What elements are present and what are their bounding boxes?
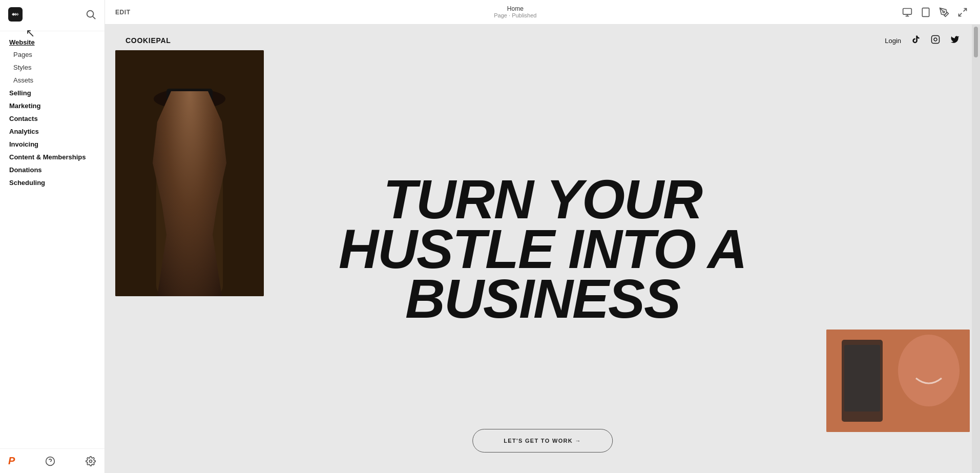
svg-line-13 — [959, 13, 962, 16]
svg-point-11 — [943, 11, 945, 12]
svg-point-1 — [87, 11, 94, 17]
sidebar-item-contacts[interactable]: Contacts — [0, 112, 105, 125]
svg-point-24 — [898, 335, 960, 406]
svg-point-19 — [154, 89, 225, 109]
scrollbar[interactable] — [972, 25, 980, 473]
login-link[interactable]: Login — [885, 37, 901, 45]
sidebar-item-donations[interactable]: Donations — [0, 163, 105, 176]
sidebar-header — [0, 0, 105, 31]
tablet-view-icon[interactable] — [919, 5, 933, 19]
profile-icon[interactable]: P — [8, 455, 15, 467]
sidebar-item-selling[interactable]: Selling — [0, 87, 105, 99]
svg-rect-23 — [844, 345, 880, 412]
svg-line-2 — [93, 16, 95, 19]
sidebar-item-content-memberships[interactable]: Content & Memberships — [0, 151, 105, 163]
sidebar: ↖ Website Pages Styles Assets Selling Ma… — [0, 0, 105, 473]
hero-photo-left — [115, 50, 264, 296]
page-title: Home — [494, 5, 536, 12]
sidebar-item-marketing[interactable]: Marketing — [0, 99, 105, 112]
page-info: Home Page · Published — [494, 5, 536, 19]
sidebar-item-website[interactable]: Website — [0, 36, 105, 48]
sidebar-footer: P — [0, 448, 105, 473]
cta-container: LET'S GET TO WORK → — [472, 429, 613, 453]
svg-rect-16 — [115, 50, 264, 296]
preview-area: COOKIEPAL Login — [105, 25, 980, 473]
svg-rect-14 — [932, 36, 940, 44]
hero-headline: TURN YOUR HUSTLE INTO A BUSINESS — [215, 174, 871, 324]
sidebar-navigation: Website Pages Styles Assets Selling Mark… — [0, 31, 105, 448]
main-area: EDIT Home Page · Published — [105, 0, 980, 473]
preview-frame: COOKIEPAL Login — [105, 25, 980, 473]
page-status: Page · Published — [494, 12, 536, 19]
svg-point-17 — [161, 89, 218, 155]
tiktok-icon[interactable] — [911, 35, 921, 46]
hero-photo-left-image — [115, 50, 264, 296]
hero-photo-right — [826, 330, 970, 432]
search-icon[interactable] — [85, 9, 96, 22]
svg-line-12 — [964, 8, 967, 11]
hero-line2: HUSTLE INTO A — [215, 224, 871, 274]
svg-rect-20 — [166, 89, 213, 101]
website-navbar: COOKIEPAL Login — [105, 25, 980, 56]
hero-photo-right-image — [826, 330, 970, 432]
instagram-icon[interactable] — [931, 35, 940, 46]
svg-rect-18 — [156, 142, 223, 296]
twitter-icon[interactable] — [950, 35, 960, 46]
expand-icon[interactable] — [955, 5, 970, 19]
sidebar-item-pages[interactable]: Pages — [0, 48, 105, 61]
sidebar-item-invoicing[interactable]: Invoicing — [0, 138, 105, 151]
cta-button[interactable]: LET'S GET TO WORK → — [472, 429, 613, 453]
sidebar-item-styles[interactable]: Styles — [0, 61, 105, 74]
top-bar: EDIT Home Page · Published — [105, 0, 980, 25]
help-circle-icon[interactable] — [45, 456, 56, 467]
svg-point-5 — [90, 460, 92, 462]
website-logo: COOKIEPAL — [126, 36, 171, 45]
website-nav-right: Login — [885, 35, 960, 46]
edit-label: EDIT — [115, 9, 131, 16]
hero-line3: BUSINESS — [215, 274, 871, 323]
svg-rect-6 — [903, 8, 912, 14]
desktop-view-icon[interactable] — [900, 5, 914, 19]
hero-line1: TURN YOUR — [215, 174, 871, 224]
sidebar-item-scheduling[interactable]: Scheduling — [0, 176, 105, 189]
squarespace-logo[interactable] — [8, 7, 23, 24]
sidebar-item-analytics[interactable]: Analytics — [0, 125, 105, 138]
pen-tool-icon[interactable] — [937, 5, 951, 19]
settings-icon[interactable] — [85, 456, 96, 467]
top-bar-actions — [900, 5, 970, 19]
sidebar-item-assets[interactable]: Assets — [0, 74, 105, 87]
